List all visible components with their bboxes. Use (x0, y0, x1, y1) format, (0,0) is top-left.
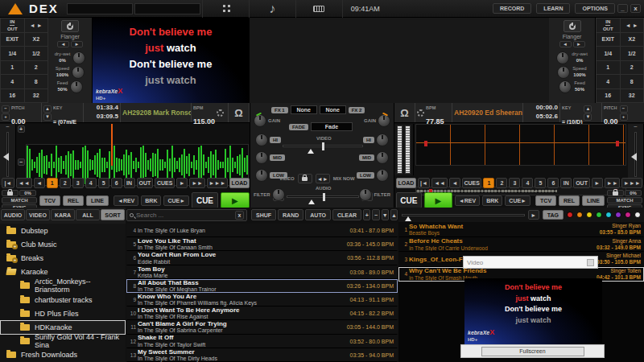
loop-quarter-button[interactable]: 1/4 (597, 47, 620, 60)
pitch-minus-button[interactable]: − (2, 105, 10, 113)
music-note-icon[interactable]: ♪ (249, 0, 295, 18)
fast-fwd-button[interactable]: ►► (605, 178, 621, 188)
loop-move-buttons[interactable]: ◄ ► (25, 19, 48, 32)
cues-button[interactable]: CUES (155, 178, 175, 188)
tab-all[interactable]: ALL (76, 209, 100, 220)
brake-button[interactable]: BRK (482, 195, 502, 206)
keylock-button[interactable] (607, 190, 624, 196)
loop-2-button[interactable]: 2 (25, 61, 48, 75)
cue-4-button[interactable]: 4 (522, 178, 533, 188)
key-down-button[interactable]: ▼ (584, 113, 592, 121)
options-button[interactable]: OPTIONS (575, 3, 615, 14)
cue-2-button[interactable]: 2 (60, 178, 71, 188)
tag-color-white[interactable] (634, 212, 641, 218)
rewind-button[interactable]: ◄◄ (16, 178, 32, 188)
deck-layout-icon[interactable] (202, 0, 249, 18)
loop-4-button[interactable]: 4 (1, 75, 24, 88)
skip-start-button[interactable]: |◄ (2, 178, 14, 188)
deck-b-filter-knob[interactable]: FILTER (359, 188, 390, 201)
tag-color-green[interactable] (596, 212, 602, 218)
deck-b-hi-knob[interactable]: HI (363, 134, 389, 146)
loop-x2-button[interactable]: X2 (621, 33, 644, 47)
skip-end-button[interactable]: ►►► (621, 178, 642, 188)
drywet-knob[interactable] (556, 51, 569, 64)
search-input[interactable] (136, 212, 233, 219)
play-button[interactable]: ▶ (221, 192, 250, 208)
tab-video[interactable]: VIDEO (26, 209, 50, 220)
table-row[interactable]: 13 My Sweet Summer In The Style Of The D… (126, 348, 398, 362)
cue-out-button[interactable]: OUT (573, 178, 589, 188)
loop-1-button[interactable]: 1 (597, 61, 620, 75)
list-item[interactable]: 1 So Whatcha Want Beastie Boys Singer Ry… (398, 222, 644, 237)
step-back-button[interactable]: ◄ (34, 178, 45, 188)
deck-b-gain[interactable]: GAIN (364, 114, 390, 127)
fast-fwd-button[interactable]: ►► (189, 178, 205, 188)
brake-button[interactable]: BRK (141, 195, 161, 206)
line-button[interactable]: LINE (582, 195, 605, 206)
table-row[interactable]: 5 Love You Like That In The Style Of Can… (126, 237, 398, 251)
folder-item[interactable]: HDKaraoke (0, 320, 126, 334)
cue-play-button[interactable]: CUE► (163, 195, 189, 206)
remove-track-button[interactable]: − (372, 209, 379, 220)
tab-audio[interactable]: AUDIO (1, 209, 25, 220)
queue-play-button[interactable]: ► (528, 210, 539, 220)
record-button[interactable]: RECORD (493, 3, 531, 14)
folder-item[interactable]: chartbuster tracks (0, 293, 126, 306)
video-swap-button[interactable]: ◄► (316, 174, 330, 183)
karaoke-preview-window[interactable]: Don't believe me just watch Don't believ… (464, 278, 602, 344)
rel-button[interactable]: REL (559, 195, 580, 206)
loop-quarter-button[interactable]: 1/4 (1, 47, 24, 60)
loop-exit-button[interactable]: EXIT (597, 33, 620, 47)
line-button[interactable]: LINE (86, 195, 109, 206)
cue-4-button[interactable]: 4 (85, 178, 97, 188)
tab-kara[interactable]: KARA (51, 209, 75, 220)
deck-b-pitch-slider[interactable]: −+ (628, 124, 644, 185)
tag-color-yellow[interactable] (586, 212, 592, 218)
deck-b-waveform[interactable] (415, 124, 626, 166)
table-row[interactable]: 9 Know Who You Are In The Style Of Pharr… (126, 293, 398, 306)
tag-color-red[interactable] (567, 212, 573, 218)
pitch-plus-button[interactable]: + (620, 113, 628, 121)
fx-next-button[interactable]: ► (71, 41, 83, 47)
loop-move-buttons[interactable]: ◄ ► (621, 19, 644, 32)
deck-a-filter-knob[interactable]: FILTER (254, 188, 285, 201)
speed-knob[interactable] (557, 66, 570, 79)
step-fwd-button[interactable]: ► (592, 178, 603, 188)
deck-a-headphone-cue[interactable]: Ω (229, 103, 250, 122)
cue-5-button[interactable]: 5 (535, 178, 546, 188)
deck-b-headphone-cue[interactable]: Ω (394, 103, 415, 122)
folder-item[interactable]: Club Music (0, 237, 126, 251)
table-row[interactable]: 11 Can't Blame A Girl For Trying In The … (126, 320, 398, 334)
video-crossfader[interactable] (283, 145, 363, 147)
step-back-button[interactable]: ◄ (449, 178, 460, 188)
video-lock-button[interactable] (298, 174, 312, 183)
cue-button[interactable]: CUE (396, 192, 422, 208)
auto-button[interactable]: AUTO (305, 209, 331, 220)
play-button[interactable]: ▶ (424, 192, 452, 208)
fx-next-button[interactable]: ► (573, 41, 585, 47)
add-track-button[interactable]: + (363, 209, 370, 220)
cues-button[interactable]: CUES (462, 178, 481, 188)
loop-exit-button[interactable]: EXIT (1, 33, 24, 47)
folder-item[interactable]: Karaoke (0, 265, 126, 279)
deck-a-mid-knob[interactable]: MID (255, 151, 285, 164)
cue-1-button[interactable]: 1 (483, 178, 494, 188)
cue-5-button[interactable]: 5 (98, 178, 109, 188)
loop-x2-button[interactable]: X2 (25, 33, 48, 47)
table-row[interactable]: 7 Tom Boy Krista Marie 03:08 - 89.0 BPM (126, 265, 398, 279)
table-row[interactable]: 6 You Can't Run From Love Eddie Rabbit 0… (126, 251, 398, 265)
folder-item[interactable]: HD Plus Files (0, 306, 126, 320)
pitch-minus-button[interactable]: − (620, 105, 628, 113)
deck-a-gain[interactable]: GAIN (254, 114, 280, 127)
tag-button[interactable]: TAG (543, 210, 564, 220)
rewind-button[interactable]: ◄◄ (431, 178, 448, 188)
skip-start-button[interactable]: |◄ (418, 178, 431, 188)
loop-half-button[interactable]: 1/2 (621, 47, 644, 60)
table-row[interactable]: 8 All About That Bass In The Style Of Me… (126, 279, 398, 293)
key-up-button[interactable]: ▲ (584, 105, 592, 113)
drywet-knob[interactable] (72, 51, 85, 64)
loop-in-out-button[interactable]: INOUT (1, 19, 24, 32)
tag-color-purple[interactable] (615, 212, 621, 218)
fx2-selected[interactable]: None (320, 105, 346, 114)
tcv-button[interactable]: TCV (39, 195, 60, 206)
